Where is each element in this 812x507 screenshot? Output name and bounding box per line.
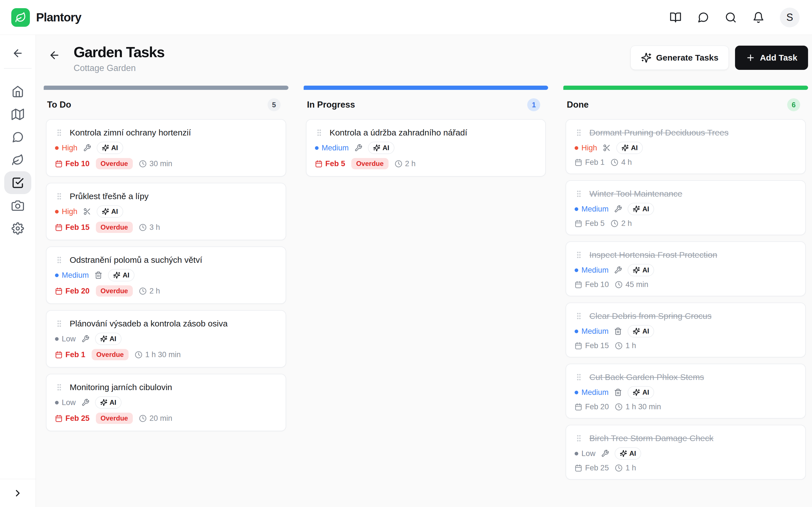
duration: 2 h xyxy=(139,287,160,295)
sidebar-item-settings[interactable] xyxy=(4,217,31,240)
task-card[interactable]: Winter Tool MaintenanceMediumAIFeb 52 h xyxy=(566,180,806,235)
calendar-icon xyxy=(55,224,63,231)
sparkles-icon xyxy=(373,144,380,152)
topnav-search-button[interactable] xyxy=(725,11,737,24)
task-card[interactable]: Odstranění polomů a suchých větvíMediumA… xyxy=(46,246,286,304)
topnav-guide-button[interactable] xyxy=(669,11,682,24)
wrench-icon xyxy=(82,399,89,406)
priority-label: Medium xyxy=(322,144,349,152)
sparkles-icon xyxy=(633,205,640,213)
task-card[interactable]: Průklest třešně a lípyHighAIFeb 15Overdu… xyxy=(46,183,286,240)
sidebar-item-map[interactable] xyxy=(4,103,31,126)
check-square-icon xyxy=(11,177,24,189)
sidebar-item-tasks[interactable] xyxy=(4,171,31,194)
duration: 3 h xyxy=(139,223,160,232)
due-date-label: Feb 15 xyxy=(65,223,90,232)
due-date-label: Feb 20 xyxy=(585,402,609,411)
column-cards: Kontrola zimní ochrany hortenziíHighAIFe… xyxy=(44,119,289,431)
grip-icon xyxy=(55,383,63,392)
clock-icon xyxy=(395,160,402,168)
add-task-button[interactable]: Add Task xyxy=(735,46,808,70)
due-date: Feb 1 xyxy=(574,158,605,167)
priority-dot xyxy=(55,146,59,150)
drag-handle[interactable] xyxy=(574,312,583,320)
task-card[interactable]: Clear Debris from Spring CrocusMediumAIF… xyxy=(566,302,806,357)
task-card[interactable]: Monitoring jarních cibulovinLowAIFeb 25O… xyxy=(46,374,286,431)
duration-label: 2 h xyxy=(149,287,160,295)
task-card[interactable]: Birch Tree Storm Damage CheckLowAIFeb 25… xyxy=(566,425,806,480)
sidebar-item-home[interactable] xyxy=(4,80,31,103)
task-card[interactable]: Plánování výsadeb a kontrola zásob osiva… xyxy=(46,310,286,368)
message-circle-icon xyxy=(697,11,709,23)
drag-handle[interactable] xyxy=(55,383,63,392)
topnav-messages-button[interactable] xyxy=(697,11,709,24)
drag-handle[interactable] xyxy=(55,256,63,264)
overdue-badge: Overdue xyxy=(96,285,133,297)
drag-handle[interactable] xyxy=(55,320,63,328)
due-date: Feb 5 xyxy=(315,159,345,168)
overdue-badge: Overdue xyxy=(96,158,133,169)
ai-badge: AI xyxy=(95,396,121,409)
drag-handle[interactable] xyxy=(55,128,63,137)
priority-label: High xyxy=(581,144,597,152)
header-actions: Generate Tasks Add Task xyxy=(630,46,808,70)
column-header: Done6 xyxy=(563,90,808,119)
clock-icon xyxy=(135,351,142,358)
drag-handle[interactable] xyxy=(574,251,583,259)
wrench-icon xyxy=(614,205,622,213)
duration-label: 20 min xyxy=(149,414,172,423)
ai-badge: AI xyxy=(627,203,654,215)
priority-dot xyxy=(55,401,59,404)
sidebar-back-button[interactable] xyxy=(4,42,31,64)
ai-badge-label: AI xyxy=(123,271,130,279)
task-card[interactable]: Cut Back Garden Phlox StemsMediumAIFeb 2… xyxy=(566,363,806,418)
wrench-icon xyxy=(614,266,622,274)
drag-handle[interactable] xyxy=(574,189,583,198)
column-count-badge: 5 xyxy=(267,98,281,111)
avatar[interactable]: S xyxy=(780,8,800,27)
due-date: Feb 1 xyxy=(55,350,86,359)
due-date: Feb 15 xyxy=(55,223,90,232)
book-open-icon xyxy=(670,11,681,23)
drag-handle[interactable] xyxy=(574,434,583,443)
overdue-badge: Overdue xyxy=(96,413,133,424)
sidebar-item-chat[interactable] xyxy=(4,126,31,149)
calendar-icon xyxy=(574,464,582,472)
sparkles-icon xyxy=(113,272,120,279)
grip-icon xyxy=(574,373,583,381)
priority-label: Low xyxy=(62,335,76,343)
drag-handle[interactable] xyxy=(55,192,63,201)
drag-handle[interactable] xyxy=(574,373,583,381)
topnav-notifications-button[interactable] xyxy=(752,11,765,24)
wrench-icon xyxy=(83,144,91,152)
priority-dot xyxy=(55,274,59,277)
arrow-left-icon xyxy=(12,47,24,59)
wrench-icon xyxy=(354,144,362,152)
duration: 1 h xyxy=(615,464,636,472)
task-card[interactable]: Dormant Pruning of Deciduous TreesHighAI… xyxy=(566,119,806,174)
arrow-left-icon xyxy=(49,49,60,61)
drag-handle[interactable] xyxy=(574,128,583,137)
column-accent-bar xyxy=(304,86,548,90)
due-date: Feb 10 xyxy=(55,159,90,168)
due-date-label: Feb 1 xyxy=(585,158,605,167)
generate-tasks-button[interactable]: Generate Tasks xyxy=(630,46,729,70)
page-back-button[interactable] xyxy=(47,47,62,63)
task-card[interactable]: Kontrola a údržba zahradního nářadíMediu… xyxy=(306,119,546,177)
task-card[interactable]: Inspect Hortensia Frost ProtectionMedium… xyxy=(566,241,806,296)
sidebar-item-plants[interactable] xyxy=(4,149,31,171)
task-card[interactable]: Kontrola zimní ochrany hortenziíHighAIFe… xyxy=(46,119,286,177)
column-todo: To Do5Kontrola zimní ochrany hortenziíHi… xyxy=(44,86,289,431)
sidebar-item-photos[interactable] xyxy=(4,194,31,217)
due-date-label: Feb 20 xyxy=(65,287,90,295)
calendar-icon xyxy=(574,220,582,227)
calendar-icon xyxy=(574,281,582,288)
home-icon xyxy=(11,86,24,98)
ai-badge: AI xyxy=(95,333,121,345)
column-count-badge: 1 xyxy=(527,98,540,111)
sidebar-expand-button[interactable] xyxy=(9,485,26,502)
priority-dot xyxy=(315,146,319,150)
priority-label: High xyxy=(62,207,78,216)
sparkles-icon xyxy=(641,52,652,63)
drag-handle[interactable] xyxy=(315,128,323,137)
